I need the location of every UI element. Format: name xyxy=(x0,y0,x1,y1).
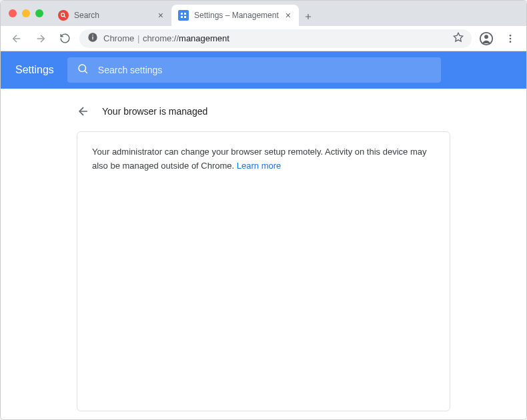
svg-rect-2 xyxy=(181,13,183,15)
traffic-lights xyxy=(9,9,43,17)
content-panel: Your browser is managed Your administrat… xyxy=(77,89,450,419)
settings-header: Settings xyxy=(1,51,526,89)
back-button[interactable] xyxy=(7,29,26,48)
tab-strip: Search × Settings – Management × xyxy=(51,1,521,26)
page-title: Your browser is managed xyxy=(102,106,207,117)
svg-point-19 xyxy=(79,65,86,72)
tab-title: Search xyxy=(74,11,151,20)
panel-body: Your administrator can change your brows… xyxy=(77,131,450,411)
svg-point-18 xyxy=(510,41,512,43)
tab-search[interactable]: Search × xyxy=(51,5,171,26)
svg-rect-11 xyxy=(92,37,93,40)
svg-line-20 xyxy=(85,71,87,73)
tab-settings-management[interactable]: Settings – Management × xyxy=(171,5,299,26)
svg-point-0 xyxy=(61,13,65,17)
svg-rect-4 xyxy=(181,16,183,18)
tab-title: Settings – Management xyxy=(194,11,279,20)
bookmark-star-icon[interactable] xyxy=(453,32,464,45)
panel-header: Your browser is managed xyxy=(77,102,450,131)
titlebar: Search × Settings – Management × xyxy=(1,1,526,26)
settings-favicon-icon xyxy=(178,10,189,21)
address-prefix: chrome:// xyxy=(143,33,179,43)
reload-button[interactable] xyxy=(55,29,74,48)
close-icon[interactable]: × xyxy=(284,9,292,22)
svg-rect-3 xyxy=(184,13,186,15)
window-maximize-button[interactable] xyxy=(35,9,43,17)
search-favicon-icon xyxy=(58,10,69,21)
close-icon[interactable]: × xyxy=(157,9,165,22)
svg-rect-5 xyxy=(184,16,186,18)
address-origin: Chrome xyxy=(103,33,134,43)
svg-rect-12 xyxy=(92,35,93,35)
browser-toolbar: Chrome | chrome://management xyxy=(1,26,526,51)
address-bar[interactable]: Chrome | chrome://management xyxy=(79,29,472,48)
svg-point-16 xyxy=(510,35,512,37)
new-tab-button[interactable] xyxy=(299,7,318,26)
profile-avatar-icon[interactable] xyxy=(477,29,496,48)
learn-more-link[interactable]: Learn more xyxy=(237,161,281,171)
window-minimize-button[interactable] xyxy=(22,9,30,17)
svg-point-17 xyxy=(510,37,512,39)
svg-marker-13 xyxy=(454,33,462,41)
window-close-button[interactable] xyxy=(9,9,17,17)
more-menu-icon[interactable] xyxy=(501,29,520,48)
svg-line-1 xyxy=(64,16,65,17)
search-icon xyxy=(77,63,89,77)
site-info-icon[interactable] xyxy=(87,32,98,45)
forward-button[interactable] xyxy=(31,29,50,48)
settings-search[interactable] xyxy=(67,57,441,83)
search-input[interactable] xyxy=(98,65,432,75)
settings-title: Settings xyxy=(15,64,54,76)
address-path: management xyxy=(179,33,229,43)
content-area: Your browser is managed Your administrat… xyxy=(1,89,526,419)
address-separator: | xyxy=(137,33,143,43)
svg-point-15 xyxy=(484,35,488,39)
browser-window: Search × Settings – Management × xyxy=(0,0,527,420)
back-arrow-icon[interactable] xyxy=(77,105,90,118)
